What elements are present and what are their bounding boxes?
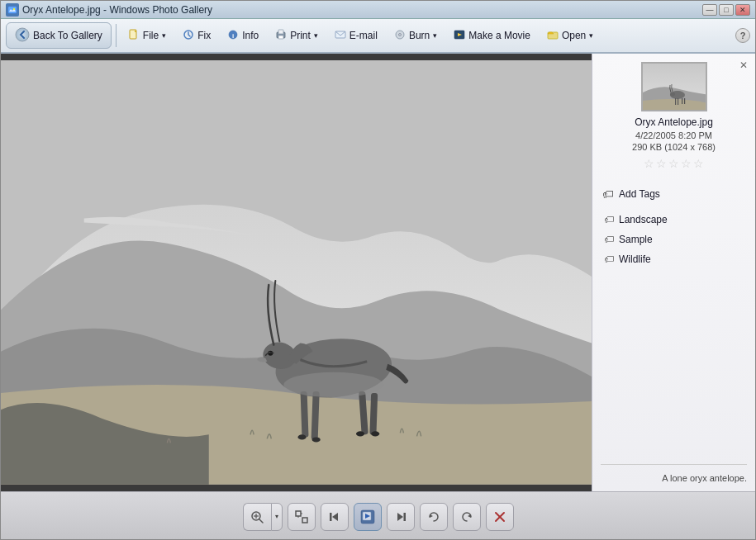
svg-rect-8: [278, 30, 283, 34]
back-to-gallery-button[interactable]: Back To Gallery: [6, 22, 112, 49]
open-dropdown-arrow: ▾: [589, 31, 593, 40]
maximize-button[interactable]: □: [719, 4, 734, 16]
svg-line-38: [259, 519, 263, 523]
fix-button[interactable]: Fix: [175, 22, 218, 49]
star-2[interactable]: ☆: [656, 157, 667, 170]
rotate-left-button[interactable]: [420, 503, 448, 531]
slideshow-button[interactable]: [354, 503, 382, 531]
movie-button[interactable]: Make a Movie: [446, 22, 538, 49]
back-icon: [15, 27, 30, 45]
open-button[interactable]: Open ▾: [540, 22, 601, 49]
next-button[interactable]: [387, 503, 415, 531]
zoom-group: ▾: [243, 503, 283, 531]
zoom-button[interactable]: [243, 503, 271, 531]
photo-date: 4/22/2005 8:20 PM: [635, 130, 712, 140]
tag-landscape-label: Landscape: [619, 214, 668, 225]
zoom-icon: [250, 510, 264, 523]
rotate-right-icon: [460, 510, 473, 523]
svg-point-25: [298, 434, 307, 439]
actual-size-button[interactable]: [288, 503, 316, 531]
tag-wildlife[interactable]: 🏷 Wildlife: [601, 251, 747, 268]
fix-icon: [183, 29, 194, 43]
svg-marker-52: [430, 514, 433, 518]
svg-marker-53: [468, 514, 471, 518]
burn-button[interactable]: Burn ▾: [387, 22, 445, 49]
movie-icon: [454, 29, 465, 43]
prev-button[interactable]: [321, 503, 349, 531]
close-button[interactable]: ✕: [735, 4, 750, 16]
photo-viewer: [1, 54, 592, 491]
zoom-dropdown-arrow[interactable]: ▾: [271, 503, 283, 531]
fix-label: Fix: [197, 30, 211, 41]
info-panel: ✕: [592, 54, 755, 491]
svg-point-26: [312, 437, 321, 442]
bottom-toolbar: ▾: [1, 491, 755, 540]
add-tags-button[interactable]: 🏷 Add Tags: [601, 185, 747, 203]
photo-caption: A lone oryx antelope.: [601, 464, 747, 483]
separator-1: [116, 24, 116, 47]
rotate-right-button[interactable]: [453, 503, 481, 531]
window-controls: — □ ✕: [702, 4, 750, 16]
svg-rect-35: [682, 98, 682, 104]
slideshow-icon: [360, 509, 375, 524]
star-5[interactable]: ☆: [693, 157, 704, 170]
photo-size: 290 KB (1024 x 768): [632, 142, 716, 152]
open-label: Open: [562, 30, 586, 41]
window-title: Oryx Antelope.jpg - Windows Photo Galler…: [22, 4, 702, 16]
svg-point-28: [371, 431, 379, 436]
svg-marker-51: [397, 513, 403, 521]
tag-sample[interactable]: 🏷 Sample: [601, 231, 747, 248]
photo-filename: Oryx Antelope.jpg: [635, 116, 713, 128]
svg-rect-50: [403, 513, 406, 521]
add-tags-label: Add Tags: [619, 188, 660, 200]
burn-dropdown-arrow: ▾: [433, 31, 437, 40]
star-4[interactable]: ☆: [681, 157, 692, 170]
help-button[interactable]: ?: [735, 28, 750, 43]
tag-sample-label: Sample: [619, 234, 653, 245]
photo-image: [1, 54, 592, 491]
svg-rect-9: [278, 36, 283, 39]
svg-rect-36: [684, 98, 685, 104]
tag-sample-icon: 🏷: [604, 234, 614, 245]
main-content: ✕: [1, 54, 755, 491]
delete-button[interactable]: [486, 503, 514, 531]
svg-rect-34: [678, 98, 678, 105]
info-label: Info: [242, 30, 259, 41]
file-dropdown-arrow: ▾: [162, 31, 166, 40]
rating-stars[interactable]: ☆ ☆ ☆ ☆ ☆: [644, 157, 704, 170]
app-icon: [6, 3, 19, 17]
star-1[interactable]: ☆: [644, 157, 654, 170]
burn-label: Burn: [409, 30, 430, 41]
email-button[interactable]: E-mail: [327, 22, 385, 49]
info-button[interactable]: i Info: [220, 22, 266, 49]
next-icon: [394, 510, 407, 523]
title-bar: Oryx Antelope.jpg - Windows Photo Galler…: [1, 1, 755, 19]
tag-landscape[interactable]: 🏷 Landscape: [601, 211, 747, 228]
rotate-left-icon: [427, 510, 440, 523]
svg-point-29: [283, 372, 383, 397]
toolbar: Back To Gallery File ▾ Fix i Info Print …: [1, 19, 755, 54]
file-label: File: [143, 30, 159, 41]
add-tags-icon: 🏷: [602, 187, 614, 201]
svg-point-32: [670, 92, 675, 97]
svg-text:i: i: [232, 32, 234, 40]
tag-wildlife-label: Wildlife: [619, 253, 651, 265]
star-3[interactable]: ☆: [668, 157, 679, 170]
thumbnail-image: [641, 62, 707, 111]
movie-label: Make a Movie: [468, 30, 530, 41]
panel-close-button[interactable]: ✕: [737, 59, 750, 72]
minimize-button[interactable]: —: [702, 4, 717, 16]
file-button[interactable]: File ▾: [121, 22, 174, 49]
file-icon: [128, 29, 140, 43]
actual-size-icon: [295, 510, 308, 523]
svg-marker-46: [332, 513, 338, 521]
svg-rect-33: [675, 98, 676, 105]
prev-icon: [328, 510, 341, 523]
burn-icon: [394, 29, 406, 43]
print-label: Print: [290, 30, 311, 41]
back-to-gallery-label: Back To Gallery: [33, 30, 102, 41]
print-button[interactable]: Print ▾: [268, 22, 326, 49]
svg-point-11: [396, 31, 404, 39]
email-label: E-mail: [349, 30, 378, 41]
print-dropdown-arrow: ▾: [314, 31, 318, 40]
